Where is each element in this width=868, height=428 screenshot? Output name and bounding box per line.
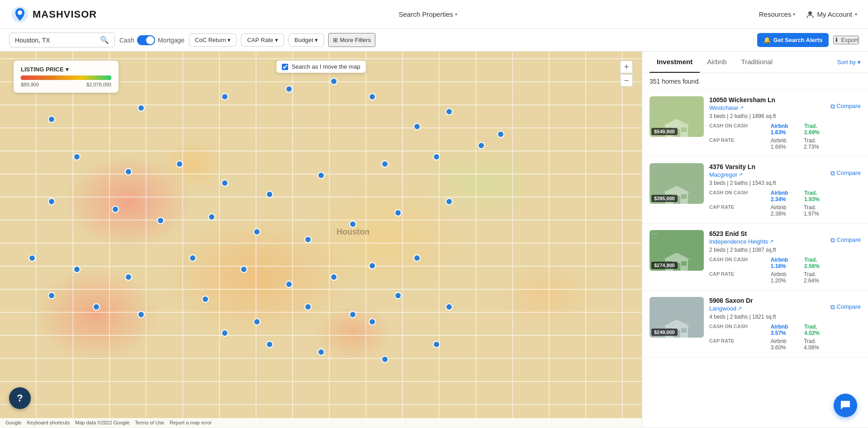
map-pin[interactable] — [304, 303, 312, 310]
nav-my-account[interactable]: My Account ▾ — [806, 10, 857, 19]
map-pin[interactable] — [446, 108, 453, 115]
property-neighborhood[interactable]: Westchase ↗ — [709, 104, 830, 111]
map-area[interactable]: Houston LISTING PRICE ▾ $89,900 $2,078,0… — [0, 52, 642, 427]
property-card[interactable]: $274,900 ♡ 6523 Enid St Independence Hei… — [642, 224, 868, 291]
search-as-move-checkbox[interactable] — [282, 64, 288, 70]
map-pin[interactable] — [48, 198, 55, 205]
map-pin[interactable] — [202, 296, 209, 303]
logo[interactable]: MASHVISOR — [11, 5, 97, 24]
map-pin[interactable] — [138, 311, 145, 318]
tab-traditional[interactable]: Traditional — [734, 52, 780, 73]
cap-chevron: ▾ — [275, 37, 278, 43]
map-pin[interactable] — [125, 273, 132, 281]
map-pin[interactable] — [413, 123, 421, 130]
favorite-button[interactable]: ♡ — [651, 299, 658, 307]
map-pin[interactable] — [73, 266, 81, 273]
favorite-button[interactable]: ♡ — [651, 165, 658, 174]
nav-resources[interactable]: Resources ▾ — [759, 10, 796, 18]
map-pin[interactable] — [48, 292, 55, 299]
export-button[interactable]: ⬇ Export — [833, 36, 859, 44]
map-pin[interactable] — [73, 153, 81, 160]
property-neighborhood[interactable]: Independence Heights ↗ — [709, 238, 830, 245]
map-pin[interactable] — [381, 160, 389, 168]
map-pin[interactable] — [266, 191, 273, 198]
map-pin[interactable] — [285, 281, 293, 288]
map-pin[interactable] — [446, 303, 453, 310]
more-filters-button[interactable]: ⊞ More Filters — [328, 33, 375, 47]
map-pin[interactable] — [285, 85, 293, 93]
map-pin[interactable] — [369, 93, 376, 100]
favorite-button[interactable]: ♡ — [651, 98, 658, 107]
zoom-out-button[interactable]: − — [620, 74, 633, 87]
map-pin[interactable] — [349, 311, 356, 318]
map-pin[interactable] — [28, 254, 36, 262]
svg-marker-14 — [663, 253, 690, 259]
map-pin[interactable] — [221, 93, 228, 100]
map-pin[interactable] — [318, 172, 325, 179]
budget-filter[interactable]: Budget ▾ — [289, 33, 324, 47]
search-button[interactable]: 🔍 — [100, 36, 109, 44]
cash-on-cash-label: CASH ON CASH — [709, 123, 769, 136]
map-pin[interactable] — [208, 213, 215, 221]
nav-search-properties[interactable]: Search Properties ▾ — [398, 10, 457, 18]
map-pin[interactable] — [318, 348, 325, 356]
map-pin[interactable] — [176, 160, 183, 168]
map-pin[interactable] — [433, 341, 440, 348]
property-card[interactable]: $549,900 ♡ 10050 Wickersham Ln Westchase… — [642, 90, 868, 157]
map-pin[interactable] — [221, 179, 228, 187]
map-pin[interactable] — [240, 266, 247, 273]
map-pin[interactable] — [349, 221, 356, 228]
map-pin[interactable] — [446, 198, 453, 205]
favorite-button[interactable]: ♡ — [651, 232, 658, 240]
cash-mortgage-toggle[interactable] — [137, 35, 155, 45]
property-neighborhood[interactable]: Langwood ↗ — [709, 305, 830, 312]
map-pin[interactable] — [369, 262, 376, 269]
map-pin[interactable] — [112, 206, 119, 213]
map-pin[interactable] — [266, 341, 273, 348]
get-search-alerts-button[interactable]: 🔔 Get Search Alerts — [757, 33, 829, 47]
map-pin[interactable] — [48, 116, 55, 123]
tab-airbnb[interactable]: Airbnb — [700, 52, 734, 73]
compare-button[interactable]: ⧉ Compare — [830, 163, 861, 217]
trad-coc: Trad. 2.69% — [804, 123, 830, 136]
chat-button[interactable] — [834, 394, 857, 417]
property-neighborhood[interactable]: Macgregor ↗ — [709, 171, 830, 178]
map-pin[interactable] — [253, 318, 261, 325]
keyboard-shortcuts[interactable]: Keyboard shortcuts — [27, 420, 70, 425]
map-pin[interactable] — [369, 318, 376, 325]
map-pin[interactable] — [381, 356, 389, 363]
help-button[interactable]: ? — [9, 387, 31, 409]
map-pin[interactable] — [413, 254, 421, 262]
map-pin[interactable] — [125, 168, 132, 175]
property-image-wrap: $274,900 ♡ — [650, 230, 704, 271]
airbnb-coc: Airbnb 3.57% — [771, 324, 801, 336]
compare-button[interactable]: ⧉ Compare — [830, 297, 861, 351]
map-pin[interactable] — [93, 303, 100, 310]
location-search-input[interactable] — [15, 37, 96, 44]
map-pin[interactable] — [394, 292, 402, 299]
map-pin[interactable] — [497, 131, 504, 138]
map-pin[interactable] — [330, 78, 337, 85]
compare-button[interactable]: ⧉ Compare — [830, 230, 861, 284]
sort-by-button[interactable]: Sort by ▾ — [837, 59, 861, 66]
map-pin[interactable] — [330, 273, 337, 281]
map-pin[interactable] — [157, 217, 164, 224]
map-pin[interactable] — [394, 209, 402, 216]
tab-investment[interactable]: Investment — [650, 52, 700, 73]
coc-return-filter[interactable]: CoC Return ▾ — [189, 33, 237, 47]
map-pin[interactable] — [189, 254, 196, 262]
map-pin[interactable] — [221, 329, 228, 337]
cash-on-cash-label: CASH ON CASH — [709, 257, 769, 269]
compare-button[interactable]: ⧉ Compare — [830, 96, 861, 150]
property-card[interactable]: $249,000 ♡ 5906 Saxon Dr Langwood ↗ 4 be… — [642, 291, 868, 357]
map-pin[interactable] — [478, 142, 485, 149]
map-pin[interactable] — [433, 153, 440, 160]
property-card[interactable]: $395,000 ♡ 4376 Varsity Ln Macgregor ↗ 3… — [642, 157, 868, 224]
map-pin[interactable] — [253, 228, 261, 235]
report-map-error[interactable]: Report a map error — [170, 420, 212, 425]
map-pin[interactable] — [304, 236, 312, 243]
map-pin[interactable] — [138, 104, 145, 112]
zoom-in-button[interactable]: + — [620, 61, 633, 73]
terms-of-use[interactable]: Terms of Use — [135, 420, 164, 425]
cap-rate-filter[interactable]: CAP Rate ▾ — [241, 33, 284, 47]
